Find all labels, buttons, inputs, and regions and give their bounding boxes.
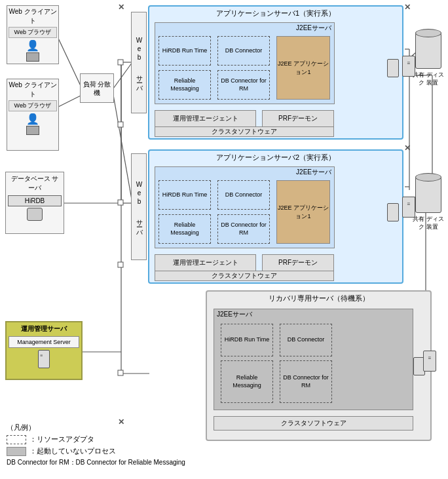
svg-line-3 [113, 95, 132, 203]
server-tower-right-r-icon: ≡ [423, 351, 436, 372]
j2ee-server-1-label: J2EEサーバ [155, 23, 334, 33]
hirdb-runtime-r-label: HiRDB Run Time [225, 336, 270, 344]
legend-dashed-symbol [7, 435, 26, 444]
cluster-sw-2-box: クラスタソフトウェア [155, 271, 334, 281]
disk-1-label: 共有 ディスク 装置 [412, 71, 445, 86]
db-connector-rm-2-box: DB Connector for RM [217, 214, 270, 244]
svg-line-2 [113, 62, 132, 88]
disk-1-container: 共有 ディスク 装置 [412, 33, 445, 86]
main-diagram: ✕ ✕ ✕ ✕ Web クライアント Web ブラウザ 👤 Web クライアント… [0, 0, 448, 479]
disk-cylinder-1-icon [415, 33, 441, 69]
web-browser-2-label: Web ブラウザ [9, 100, 57, 111]
web-client-1-box: Web クライアント Web ブラウザ 👤 [7, 5, 59, 64]
svg-rect-14 [118, 122, 123, 127]
db-connector-2-box: DB Connector [217, 180, 270, 210]
db-connector-r-box: DB Connector [280, 324, 332, 356]
app-server-2-title: アプリケーションサーバ2（実行系） [149, 151, 402, 164]
ops-server-box: 運用管理サーバ Management Server ≡ [5, 321, 83, 380]
db-connector-rm-2-label: DB Connector for RM [218, 221, 269, 237]
server-tower-1-icon [387, 59, 399, 77]
app-server-1-title: アプリケーションサーバ1（実行系） [149, 7, 402, 20]
legend-note: DB Connector for RM：DB Connector for Rel… [7, 458, 185, 467]
svg-text:✕: ✕ [404, 3, 411, 12]
reliable-msg-1-box: Reliable Messaging [159, 70, 211, 100]
server-tower-2-icon [387, 203, 399, 221]
hirdb-label: HiRDB [8, 195, 62, 206]
cluster-sw-2-label: クラスタソフトウェア [212, 271, 277, 280]
legend-item-1-label: ：リソースアダプタ [29, 434, 94, 444]
person-2-icon: 👤 [9, 113, 57, 125]
disk-2-label: 共有 ディスク 装置 [412, 216, 445, 231]
person-1-icon: 👤 [9, 39, 57, 52]
j2ee-app-1-box: J2EE アプリケーション1 [276, 36, 330, 100]
db-cylinder-icon [27, 208, 43, 221]
svg-rect-16 [118, 262, 123, 267]
legend-gray-symbol [7, 447, 26, 456]
mgmt-agent-2-label: 運用管理エージェント [173, 258, 238, 267]
load-balancer-label: 負荷 分散機 [81, 80, 113, 97]
j2ee-app-2-box: J2EE アプリケーション1 [276, 180, 330, 244]
svg-line-0 [56, 33, 82, 88]
web-client-2-label: Web クライアント [9, 81, 57, 99]
legend-container: （凡例） ：リソースアダプタ ：起動していないプロセス DB Connector… [7, 423, 185, 467]
reliable-msg-2-label: Reliable Messaging [159, 221, 210, 237]
ops-server-title: 運用管理サーバ [9, 324, 79, 334]
db-connector-2-label: DB Connector [225, 191, 263, 199]
db-connector-rm-r-label: DB Connector for RM [280, 374, 331, 389]
reliable-msg-2-box: Reliable Messaging [159, 214, 211, 244]
db-connector-1-box: DB Connector [217, 36, 270, 66]
web-server-1-box: Web サーバ [131, 12, 147, 113]
db-server-label: データベース サーバ [8, 174, 62, 193]
prf-daemon-2-box: PRFデーモン [262, 254, 334, 271]
app-server-1-container: アプリケーションサーバ1（実行系） J2EEサーバ HiRDB Run Time… [148, 5, 403, 140]
management-server-label: Management Server [9, 336, 79, 348]
svg-text:✕: ✕ [404, 144, 411, 153]
web-client-1-label: Web クライアント [9, 7, 57, 26]
svg-text:✕: ✕ [118, 3, 124, 12]
j2ee-server-recovery-label: J2EEサーバ [214, 309, 413, 320]
mgmt-agent-1-box: 運用管理エージェント [155, 110, 256, 127]
j2ee-server-1-box: J2EEサーバ HiRDB Run Time DB Connector Reli… [155, 22, 335, 104]
recovery-server-title: リカバリ専用サーバ（待機系） [207, 292, 430, 305]
prf-daemon-1-box: PRFデーモン [262, 110, 334, 127]
db-connector-r-label: DB Connector [288, 336, 325, 344]
svg-rect-13 [118, 60, 123, 65]
j2ee-app-1-label: J2EE アプリケーション1 [277, 60, 329, 76]
db-connector-rm-1-label: DB Connector for RM [218, 77, 269, 92]
monitor-1-icon [26, 52, 39, 62]
cluster-sw-r-box: クラスタソフトウェア [214, 416, 413, 431]
hirdb-runtime-r-box: HiRDB Run Time [221, 324, 273, 356]
web-server-2-label: Web サーバ [134, 181, 143, 233]
j2ee-server-recovery-box: J2EEサーバ HiRDB Run Time DB Connector Reli… [214, 309, 413, 410]
j2ee-server-2-box: J2EEサーバ HiRDB Run Time DB Connector Reli… [155, 166, 335, 248]
load-balancer-box: 負荷 分散機 [80, 73, 114, 103]
web-server-1-label: Web サーバ [134, 37, 143, 89]
hirdb-runtime-1-box: HiRDB Run Time [159, 36, 211, 66]
disk-2-container: 共有 ディスク 装置 [412, 177, 445, 231]
cluster-sw-1-box: クラスタソフトウェア [155, 126, 334, 137]
prf-daemon-2-label: PRFデーモン [278, 258, 318, 267]
monitor-2-icon [26, 126, 39, 135]
svg-line-1 [56, 95, 82, 108]
j2ee-app-2-label: J2EE アプリケーション1 [277, 204, 329, 220]
cluster-sw-r-label: クラスタソフトウェア [281, 419, 346, 428]
svg-rect-15 [118, 200, 123, 205]
server-tower-right-2-icon: ≡ [402, 197, 415, 218]
db-server-box: データベース サーバ HiRDB [5, 172, 64, 234]
db-connector-rm-1-box: DB Connector for RM [217, 70, 270, 100]
legend-item-2-label: ：起動していないプロセス [29, 446, 116, 456]
reliable-msg-r-label: Reliable Messaging [221, 374, 272, 389]
mgmt-agent-1-label: 運用管理エージェント [173, 114, 238, 123]
server-tower-right-1-icon: ≡ [402, 56, 415, 77]
web-browser-1-label: Web ブラウザ [9, 27, 57, 38]
reliable-msg-r-box: Reliable Messaging [221, 360, 273, 403]
recovery-server-container: リカバリ専用サーバ（待機系） J2EEサーバ HiRDB Run Time DB… [206, 290, 432, 441]
mgmt-agent-2-box: 運用管理エージェント [155, 254, 256, 271]
disk-cylinder-2-icon [415, 177, 441, 213]
web-server-2-box: Web サーバ [131, 153, 147, 260]
reliable-msg-1-label: Reliable Messaging [159, 77, 210, 92]
legend-item-2: ：起動していないプロセス [7, 446, 185, 456]
hirdb-runtime-2-label: HiRDB Run Time [162, 191, 208, 199]
cluster-sw-1-label: クラスタソフトウェア [212, 127, 277, 136]
svg-rect-17 [118, 370, 123, 375]
